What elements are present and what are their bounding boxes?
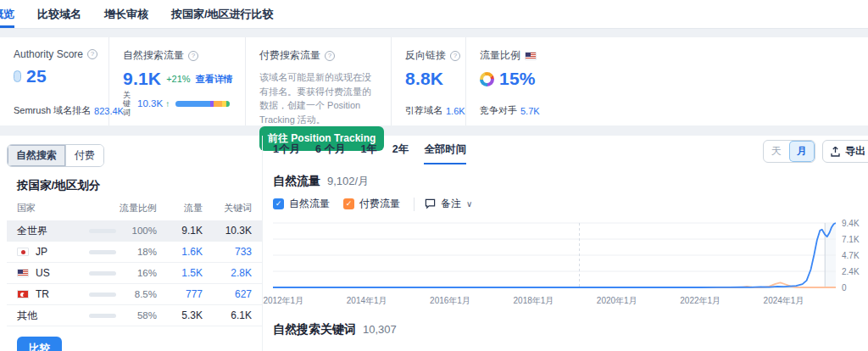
authority-score-card: Authority Score 25 Semrush 域名排名 823.4K ↑ bbox=[0, 37, 109, 125]
ref-domains-value[interactable]: 1.6K bbox=[446, 106, 465, 116]
info-icon[interactable] bbox=[450, 51, 460, 61]
export-button[interactable]: 导出 bbox=[822, 140, 868, 163]
us-flag-icon bbox=[17, 269, 29, 277]
share-value: 16% bbox=[118, 268, 157, 278]
share-value: 100% bbox=[118, 226, 157, 236]
x-tick-label: 2020年1月 bbox=[597, 295, 637, 307]
donut-chart-icon bbox=[480, 72, 494, 86]
range-6m[interactable]: 6 个月 bbox=[315, 142, 345, 164]
ref-domains-label: 引荐域名 bbox=[405, 104, 442, 117]
header-country[interactable]: 国家 bbox=[17, 202, 89, 214]
top-tab-bar: 概览 比较域名 增长审核 按国家/地区进行比较 bbox=[0, 0, 868, 29]
y-tick-label: 4.7K bbox=[842, 251, 860, 260]
legend-organic-label: 自然流量 bbox=[289, 197, 330, 211]
share-value: 18% bbox=[118, 247, 157, 257]
y-tick-label: 2.4K bbox=[842, 267, 860, 276]
separator-band bbox=[0, 125, 868, 136]
checkbox-organic[interactable] bbox=[273, 198, 284, 209]
tab-compare-by-country[interactable]: 按国家/地区进行比较 bbox=[171, 0, 274, 28]
keywords-value: 6.1K bbox=[203, 309, 252, 321]
traffic-value: 5.3K bbox=[157, 309, 203, 321]
organic-traffic-value: 9.1K bbox=[123, 69, 161, 89]
country-table-header: 国家 流量比例 流量 关键词 bbox=[7, 197, 262, 220]
organic-traffic-card: 自然搜索流量 9.1K +21% 查看详情 关键词 10.3K ↑ bbox=[109, 37, 246, 125]
authority-score-title: Authority Score bbox=[14, 48, 83, 60]
search-type-toggle: 自然搜索 付费 bbox=[7, 144, 104, 167]
header-traffic[interactable]: 流量 bbox=[157, 202, 203, 214]
country-name: US bbox=[36, 267, 50, 279]
share-bar bbox=[89, 292, 116, 297]
tab-growth-audit[interactable]: 增长审核 bbox=[104, 0, 148, 28]
share-value: 58% bbox=[118, 310, 157, 320]
share-bar bbox=[89, 250, 116, 254]
range-all-time[interactable]: 全部时间 bbox=[424, 142, 466, 164]
traffic-chart-svg bbox=[273, 218, 836, 292]
divider bbox=[414, 198, 415, 211]
traffic-chart[interactable]: 2012年1月2014年1月2016年1月2018年1月2020年1月2022年… bbox=[273, 218, 868, 308]
export-icon bbox=[831, 147, 840, 157]
competitors-value[interactable]: 5.7K bbox=[520, 106, 540, 116]
paid-traffic-title: 付费搜索流量 bbox=[259, 48, 320, 63]
legend-paid[interactable]: 付费流量 bbox=[343, 197, 400, 211]
checkbox-paid[interactable] bbox=[343, 198, 354, 209]
paid-traffic-card: 付费搜索流量 该域名可能是新的或现在没有排名。要获得付费流量的数据，创建一个 P… bbox=[246, 37, 392, 125]
country-table-body: 全世界100%9.1K10.3KJP18%1.6K733US16%1.5K2.8… bbox=[7, 220, 262, 326]
country-row[interactable]: US16%1.5K2.8K bbox=[7, 263, 262, 284]
domain-rank-label: Semrush 域名排名 bbox=[14, 104, 91, 117]
keywords-label: 关键词 bbox=[123, 91, 131, 117]
country-row[interactable]: 其他58%5.3K6.1K bbox=[7, 305, 262, 326]
metrics-row: Authority Score 25 Semrush 域名排名 823.4K ↑… bbox=[0, 37, 868, 125]
tab-overview[interactable]: 概览 bbox=[0, 0, 14, 28]
authority-score-value: 25 bbox=[26, 66, 47, 86]
keywords-value[interactable]: 2.8K bbox=[203, 267, 252, 279]
legend-organic[interactable]: 自然流量 bbox=[273, 197, 330, 211]
chart-title: 自然流量 bbox=[273, 174, 320, 189]
country-panel: 自然搜索 付费 按国家/地区划分 国家 流量比例 流量 关键词 全世界100%9… bbox=[0, 136, 263, 351]
share-bar bbox=[89, 314, 116, 318]
us-flag-icon bbox=[525, 52, 537, 60]
toggle-paid[interactable]: 付费 bbox=[66, 145, 103, 166]
range-1y[interactable]: 1年 bbox=[360, 142, 376, 164]
separator-band bbox=[0, 29, 868, 37]
notes-dropdown[interactable]: 备注 ∨ bbox=[425, 197, 472, 211]
y-tick-label: 0 bbox=[842, 283, 847, 292]
x-tick-label: 2024年1月 bbox=[764, 295, 804, 307]
unit-month[interactable]: 月 bbox=[789, 141, 815, 162]
header-keywords[interactable]: 关键词 bbox=[203, 202, 252, 214]
info-icon[interactable] bbox=[325, 51, 335, 61]
keywords-distribution-bar bbox=[175, 101, 230, 107]
traffic-chart-panel: 1个月 6 个月 1年 2年 全部时间 天 月 导出 自然流量 9,102/月 bbox=[263, 136, 868, 351]
country-row[interactable]: JP18%1.6K733 bbox=[7, 242, 262, 263]
range-1m[interactable]: 1个月 bbox=[273, 142, 300, 164]
organic-keywords-count: 10,307 bbox=[363, 323, 397, 336]
country-name: JP bbox=[36, 246, 47, 258]
country-name: 其他 bbox=[17, 309, 37, 323]
y-tick-label: 9.4K bbox=[842, 219, 860, 228]
traffic-value[interactable]: 777 bbox=[157, 288, 203, 300]
compare-button[interactable]: 比较 bbox=[17, 337, 62, 351]
country-row[interactable]: TR8.5%777627 bbox=[7, 284, 262, 305]
view-details-link[interactable]: 查看详情 bbox=[196, 73, 233, 86]
keywords-value[interactable]: 627 bbox=[203, 288, 252, 300]
country-name: 全世界 bbox=[17, 224, 47, 238]
country-row[interactable]: 全世界100%9.1K10.3K bbox=[7, 220, 262, 242]
backlinks-value: 8.8K bbox=[405, 69, 443, 89]
competitors-label: 竞争对手 bbox=[480, 104, 517, 117]
legend-paid-label: 付费流量 bbox=[359, 197, 400, 211]
info-icon[interactable] bbox=[87, 49, 97, 59]
keywords-value[interactable]: 10.3K ↑ bbox=[137, 98, 170, 109]
organic-traffic-delta: +21% bbox=[166, 74, 190, 84]
traffic-share-value: 15% bbox=[499, 69, 536, 89]
paid-traffic-description: 该域名可能是新的或现在没有排名。要获得付费流量的数据，创建一个 Position… bbox=[259, 70, 379, 126]
keywords-value[interactable]: 733 bbox=[203, 246, 252, 258]
traffic-value[interactable]: 1.5K bbox=[157, 267, 203, 279]
toggle-organic[interactable]: 自然搜索 bbox=[8, 145, 66, 166]
traffic-value[interactable]: 1.6K bbox=[157, 246, 203, 258]
country-panel-heading: 按国家/地区划分 bbox=[17, 178, 262, 193]
header-share[interactable]: 流量比例 bbox=[89, 202, 157, 214]
tab-compare-domains[interactable]: 比较域名 bbox=[37, 0, 81, 28]
info-icon[interactable] bbox=[188, 51, 198, 61]
range-2y[interactable]: 2年 bbox=[392, 142, 409, 164]
backlinks-card: 反向链接 8.8K 引荐域名 1.6K bbox=[392, 37, 466, 125]
unit-day[interactable]: 天 bbox=[764, 141, 789, 162]
